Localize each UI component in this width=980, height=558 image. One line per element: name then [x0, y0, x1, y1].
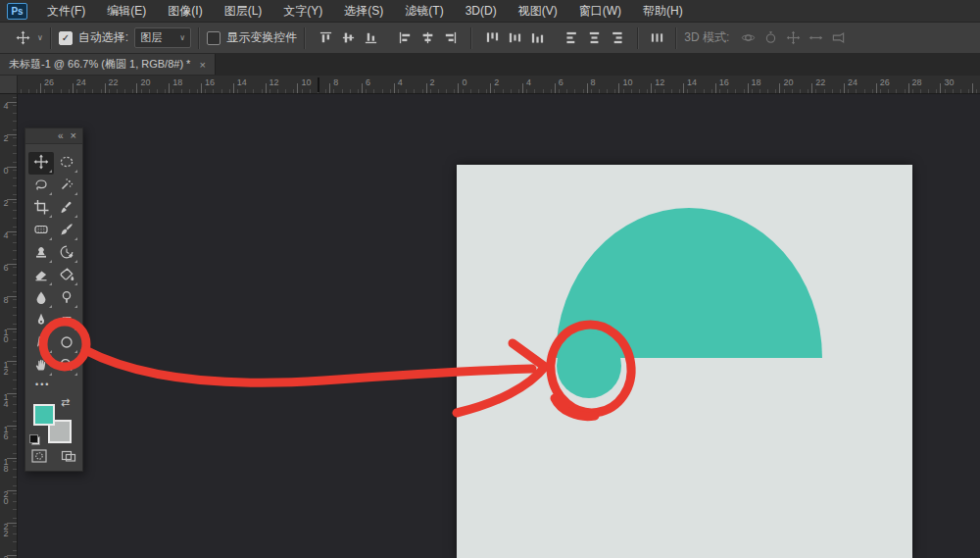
- lasso-tool[interactable]: [28, 175, 54, 197]
- h-ruler-label: 8: [591, 77, 596, 87]
- edit-toolbar-button[interactable]: •••: [35, 380, 50, 389]
- menu-item-0[interactable]: 文件(F): [36, 0, 96, 22]
- tool-preset-caret-icon[interactable]: ∨: [37, 33, 43, 42]
- pen-tool[interactable]: [28, 310, 54, 332]
- align-vcenter-icon[interactable]: [340, 29, 357, 46]
- history-brush-tool[interactable]: [54, 242, 79, 265]
- align-left-icon[interactable]: [397, 29, 414, 46]
- dist-hcenter-icon[interactable]: [586, 29, 603, 46]
- dist-right-icon[interactable]: [609, 29, 625, 46]
- panel-collapse-icon[interactable]: «: [58, 128, 64, 143]
- separator: [50, 27, 52, 49]
- auto-select-checkbox[interactable]: ✓: [59, 31, 73, 45]
- paint-bucket-tool[interactable]: [54, 265, 79, 287]
- panel-close-icon[interactable]: ×: [71, 128, 76, 143]
- menu-items: 文件(F)编辑(E)图像(I)图层(L)文字(Y)选择(S)滤镜(T)3D(D)…: [36, 0, 694, 22]
- patch-tool[interactable]: [28, 220, 54, 242]
- blur-tool[interactable]: [28, 287, 54, 310]
- h-ruler-label: 2: [494, 77, 499, 87]
- type-tool[interactable]: T: [54, 310, 79, 332]
- type-icon: T: [59, 312, 74, 331]
- dodge-tool[interactable]: [54, 287, 79, 310]
- hand-tool[interactable]: [28, 355, 54, 378]
- menu-item-4[interactable]: 文字(Y): [272, 0, 333, 22]
- menu-item-8[interactable]: 视图(V): [508, 0, 568, 22]
- align-hcenter-icon[interactable]: [419, 29, 436, 46]
- lasso-icon: [33, 177, 49, 196]
- ruler-corner[interactable]: [0, 76, 18, 94]
- magic-wand-tool[interactable]: [54, 175, 79, 197]
- canvas-document[interactable]: [457, 165, 912, 558]
- eyedropper-tool[interactable]: [54, 197, 79, 220]
- h-ruler-label: 10: [622, 77, 632, 87]
- tab-close-icon[interactable]: ×: [199, 59, 205, 71]
- align-icons-horizontal: [394, 29, 462, 46]
- clone-stamp-tool[interactable]: [28, 242, 54, 265]
- h-ruler-label: 2: [430, 77, 435, 87]
- crop-tool[interactable]: [28, 197, 54, 220]
- screen-mode-button[interactable]: [61, 448, 78, 464]
- menu-bar: Ps 文件(F)编辑(E)图像(I)图层(L)文字(Y)选择(S)滤镜(T)3D…: [0, 0, 980, 23]
- path-selection-tool[interactable]: [28, 332, 54, 355]
- horizontal-ruler[interactable]: 2624222018161412108642024681012141618202…: [17, 76, 980, 94]
- menu-item-6[interactable]: 滤镜(T): [394, 0, 454, 22]
- default-colors-icon[interactable]: [29, 434, 40, 445]
- h-ruler-label: 14: [237, 77, 247, 87]
- tools-panel-header: « ×: [25, 128, 82, 144]
- menu-item-2[interactable]: 图像(I): [157, 0, 213, 22]
- foreground-color-swatch[interactable]: [33, 404, 55, 426]
- ellipse-tool[interactable]: [54, 332, 79, 355]
- brush-icon: [59, 222, 74, 241]
- photoshop-logo: Ps: [7, 3, 27, 20]
- document-tab[interactable]: 未标题-1 @ 66.7% (椭圆 1, RGB/8#) * ×: [0, 54, 216, 75]
- 3d-orbit-icon[interactable]: [740, 29, 757, 46]
- align-right-icon[interactable]: [442, 29, 459, 46]
- document-tab-title: 未标题-1 @ 66.7% (椭圆 1, RGB/8#) *: [9, 57, 190, 72]
- v-ruler-label: 1 0: [2, 330, 10, 343]
- path-select-icon: [33, 334, 49, 354]
- 3d-zoom-icon[interactable]: [830, 29, 847, 46]
- teal-ellipse-shape[interactable]: [557, 333, 621, 398]
- h-ruler-label: 18: [752, 77, 761, 87]
- wand-icon: [59, 177, 74, 196]
- crop-icon: [33, 199, 49, 219]
- v-ruler-label: 4: [2, 232, 10, 239]
- separator: [675, 27, 677, 49]
- menu-item-10[interactable]: 帮助(H): [632, 0, 694, 22]
- quick-mask-button[interactable]: [31, 448, 49, 464]
- v-ruler-label: 0: [2, 168, 10, 175]
- eraser-tool[interactable]: [28, 265, 54, 287]
- h-ruler-label: 20: [783, 77, 793, 87]
- v-ruler-label: 1 8: [2, 459, 10, 473]
- menu-item-3[interactable]: 图层(L): [214, 0, 273, 22]
- separator: [637, 27, 639, 49]
- mode-3d-icons: [737, 29, 850, 46]
- move-tool[interactable]: [28, 152, 54, 175]
- distribute-spacing-icon[interactable]: [649, 29, 665, 46]
- v-ruler-label: 2 0: [2, 491, 10, 505]
- dist-vcenter-icon[interactable]: [507, 29, 523, 46]
- menu-item-5[interactable]: 选择(S): [333, 0, 394, 22]
- dodge-icon: [59, 289, 74, 309]
- dist-bottom-icon[interactable]: [529, 29, 546, 46]
- menu-item-9[interactable]: 窗口(W): [568, 0, 632, 22]
- vertical-ruler[interactable]: 42024681 01 21 41 61 82 02 22 4: [0, 93, 18, 558]
- zoom-tool[interactable]: [54, 355, 79, 378]
- swap-colors-icon[interactable]: ⇄: [61, 396, 70, 409]
- move-tool-preset-icon[interactable]: [15, 29, 31, 46]
- menu-item-1[interactable]: 编辑(E): [96, 0, 157, 22]
- elliptical-marquee-tool[interactable]: [54, 152, 79, 175]
- brush-tool[interactable]: [54, 220, 79, 242]
- show-transform-checkbox[interactable]: [207, 31, 220, 45]
- 3d-slide-icon[interactable]: [808, 29, 824, 46]
- h-ruler-label: 26: [880, 77, 890, 87]
- ellipse-shapes: [457, 165, 912, 558]
- dist-left-icon[interactable]: [564, 29, 580, 46]
- align-bottom-icon[interactable]: [363, 29, 379, 46]
- align-top-icon[interactable]: [318, 29, 334, 46]
- auto-select-layer-dropdown[interactable]: 图层 ∨: [134, 27, 191, 48]
- 3d-roll-icon[interactable]: [762, 29, 779, 46]
- 3d-pan-icon[interactable]: [785, 29, 802, 46]
- dist-top-icon[interactable]: [484, 29, 501, 46]
- menu-item-7[interactable]: 3D(D): [455, 0, 508, 22]
